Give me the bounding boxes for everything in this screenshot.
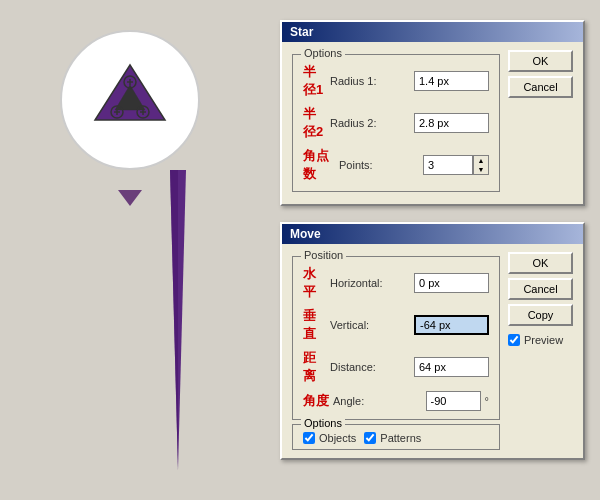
star-cancel-button[interactable]: Cancel — [508, 76, 573, 98]
horizontal-row: 水平 Horizontal: — [303, 265, 489, 301]
preview-checkbox[interactable] — [508, 334, 520, 346]
move-options-label: Options — [301, 417, 345, 429]
move-dialog-title: Move — [282, 224, 583, 244]
star-options-label: Options — [301, 47, 345, 59]
objects-checkbox-row: Objects — [303, 432, 356, 444]
star-options-section: Options 半径1 Radius 1: 半径2 Radius 2: — [292, 54, 500, 192]
patterns-label: Patterns — [380, 432, 421, 444]
radius1-input[interactable] — [414, 71, 489, 91]
star-radius1-row: 半径1 Radius 1: — [303, 63, 489, 99]
horizontal-label: Horizontal: — [330, 277, 410, 289]
patterns-checkbox[interactable] — [364, 432, 376, 444]
distance-row: 距离 Distance: — [303, 349, 489, 385]
angle-input[interactable] — [426, 391, 481, 411]
small-triangle — [118, 190, 142, 206]
preview-checkbox-row: Preview — [508, 334, 573, 346]
angle-row: 角度 Angle: ° — [303, 391, 489, 411]
spinner-buttons: ▲ ▼ — [473, 155, 489, 175]
canvas-area — [0, 0, 260, 500]
angle-label: Angle: — [333, 395, 422, 407]
star-svg — [70, 40, 190, 160]
right-panel: Star Options 半径1 Radius 1: 半径2 Radius 2: — [265, 0, 600, 500]
move-cancel-button[interactable]: Cancel — [508, 278, 573, 300]
vertical-annotation: 垂直 — [303, 307, 326, 343]
horizontal-annotation: 水平 — [303, 265, 326, 301]
star-dialog-content: Options 半径1 Radius 1: 半径2 Radius 2: — [292, 50, 573, 196]
points-input[interactable] — [423, 155, 473, 175]
patterns-checkbox-row: Patterns — [364, 432, 421, 444]
radius2-input[interactable] — [414, 113, 489, 133]
move-position-section: Position 水平 Horizontal: 垂直 Vertical: — [292, 256, 500, 420]
svg-marker-12 — [170, 170, 178, 470]
star-dialog-fields: Options 半径1 Radius 1: 半径2 Radius 2: — [292, 50, 500, 196]
distance-input[interactable] — [414, 357, 489, 377]
move-dialog-content: Position 水平 Horizontal: 垂直 Vertical: — [292, 252, 573, 450]
move-dialog-buttons: OK Cancel Copy Preview — [508, 252, 573, 346]
objects-checkbox[interactable] — [303, 432, 315, 444]
move-options-section: Options Objects Patterns — [292, 424, 500, 450]
degree-symbol: ° — [485, 395, 489, 407]
needle-svg — [168, 170, 188, 470]
points-increment[interactable]: ▲ — [474, 156, 488, 165]
points-annotation: 角点数 — [303, 147, 335, 183]
star-radius2-row: 半径2 Radius 2: — [303, 105, 489, 141]
radius1-annotation: 半径1 — [303, 63, 326, 99]
radius2-annotation: 半径2 — [303, 105, 326, 141]
position-label: Position — [301, 249, 346, 261]
preview-label: Preview — [524, 334, 563, 346]
points-decrement[interactable]: ▼ — [474, 165, 488, 174]
needle-container — [168, 170, 188, 470]
radius1-label: Radius 1: — [330, 75, 410, 87]
vertical-input[interactable] — [414, 315, 489, 335]
vertical-label: Vertical: — [330, 319, 410, 331]
star-points-row: 角点数 Points: ▲ ▼ — [303, 147, 489, 183]
points-label: Points: — [339, 159, 419, 171]
angle-annotation: 角度 — [303, 392, 329, 410]
vertical-row: 垂直 Vertical: — [303, 307, 489, 343]
points-spinner: ▲ ▼ — [423, 155, 489, 175]
star-dialog-buttons: OK Cancel — [508, 50, 573, 98]
star-dialog-title: Star — [282, 22, 583, 42]
horizontal-input[interactable] — [414, 273, 489, 293]
move-copy-button[interactable]: Copy — [508, 304, 573, 326]
objects-label: Objects — [319, 432, 356, 444]
star-preview-container — [60, 30, 200, 170]
move-ok-button[interactable]: OK — [508, 252, 573, 274]
star-dialog: Star Options 半径1 Radius 1: 半径2 Radius 2: — [280, 20, 585, 206]
star-circle — [60, 30, 200, 170]
star-ok-button[interactable]: OK — [508, 50, 573, 72]
move-dialog-fields: Position 水平 Horizontal: 垂直 Vertical: — [292, 252, 500, 450]
move-dialog: Move Position 水平 Horizontal: 垂直 Vertical… — [280, 222, 585, 460]
radius2-label: Radius 2: — [330, 117, 410, 129]
distance-annotation: 距离 — [303, 349, 326, 385]
distance-label: Distance: — [330, 361, 410, 373]
options-checkboxes: Objects Patterns — [303, 432, 489, 444]
